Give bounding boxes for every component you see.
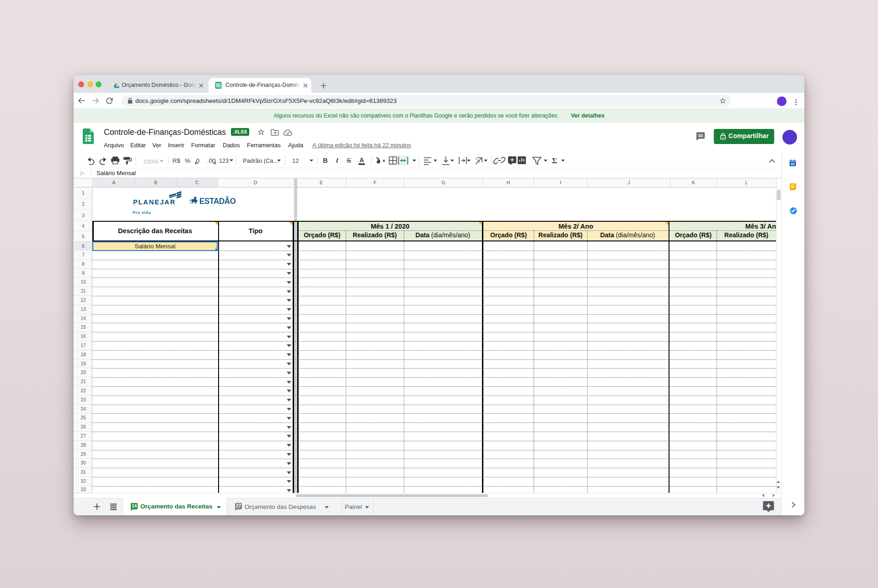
- svg-text:%: %: [185, 157, 190, 164]
- svg-text:Σ: Σ: [552, 156, 557, 165]
- svg-text:S: S: [347, 157, 351, 164]
- svg-text:R$: R$: [172, 157, 181, 164]
- svg-text:.00: .00: [207, 157, 216, 164]
- svg-text:31: 31: [791, 162, 794, 166]
- svg-text:I: I: [336, 156, 338, 164]
- svg-text:123: 123: [219, 158, 229, 164]
- svg-text:B: B: [323, 156, 328, 164]
- svg-text:12: 12: [292, 157, 299, 164]
- svg-text:Padrão (Ca...: Padrão (Ca...: [243, 157, 278, 164]
- svg-text:.0: .0: [194, 157, 199, 164]
- svg-text:100%: 100%: [143, 158, 159, 165]
- svg-text:A: A: [359, 156, 364, 164]
